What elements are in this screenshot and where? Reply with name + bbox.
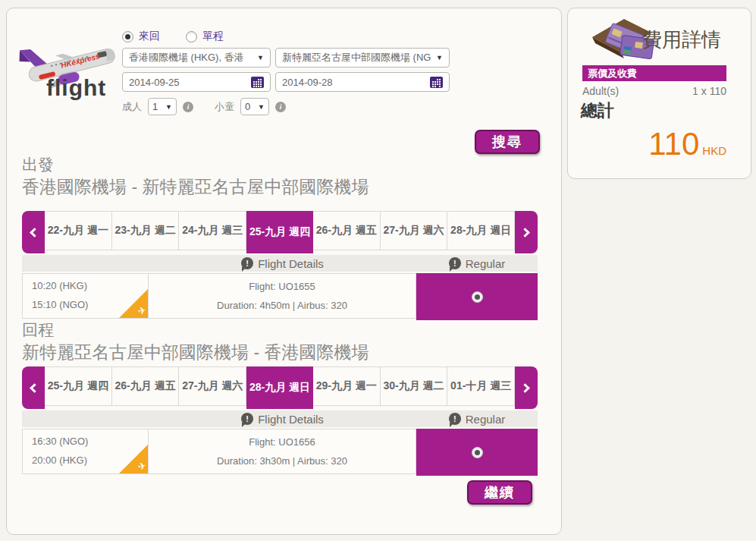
- date-cell-selected[interactable]: 28-九月 週日: [246, 366, 313, 409]
- adult-info-icon[interactable]: i: [183, 102, 193, 112]
- origin-airport-select[interactable]: 香港國際機場 (HKG), 香港 ▼: [122, 48, 271, 68]
- fare-line-item: Adult(s) 1 x 110: [582, 85, 726, 97]
- fare-line-value: 1 x 110: [692, 85, 726, 97]
- currency-label: HKD: [702, 144, 726, 157]
- carousel-prev-button[interactable]: [22, 366, 45, 409]
- date-cell[interactable]: 30-九月 週二: [381, 366, 448, 406]
- destination-airport-select[interactable]: 新特麗亞名古屋中部國際機場 (NGO ▼: [275, 48, 450, 68]
- destination-airport-value: 新特麗亞名古屋中部國際機場 (NGO: [282, 51, 431, 64]
- fare-panel-title: 費用詳情: [642, 27, 721, 53]
- date-cell[interactable]: 24-九月 週三: [179, 211, 246, 250]
- outbound-heading: 出發: [22, 154, 54, 175]
- adult-count-value: 1: [152, 101, 158, 112]
- oneway-label: 單程: [202, 30, 224, 43]
- date-cell[interactable]: 27-九月 週六: [381, 211, 448, 250]
- search-button[interactable]: 搜尋: [475, 130, 540, 154]
- alert-bubble-icon: !: [449, 257, 461, 269]
- chevron-down-icon: ▼: [258, 103, 265, 111]
- inbound-fare-select-cell[interactable]: [416, 429, 538, 476]
- fare-class-header: ! Regular: [416, 255, 538, 272]
- radio-selected-icon[interactable]: [122, 31, 133, 42]
- fare-radio-selected-icon[interactable]: [472, 447, 483, 458]
- inbound-arrive-time: 20:00 (HKG): [32, 455, 87, 466]
- outbound-flight-row: 10:20 (HKG) 15:10 (NGO) ✈ Flight: UO1655…: [22, 273, 538, 319]
- flight-details-label: Flight Details: [258, 257, 324, 270]
- chevron-left-icon: [30, 228, 39, 237]
- brand-logo-text: flight: [46, 75, 106, 101]
- outbound-flight-info: Duration: 4h50m | Airbus: 320: [149, 300, 416, 311]
- inbound-flight-number: Flight: UO1656: [149, 436, 416, 448]
- outbound-arrive-time: 15:10 (NGO): [32, 299, 88, 310]
- date-cell[interactable]: 27-九月 週六: [179, 366, 246, 406]
- carousel-next-button[interactable]: [515, 366, 538, 409]
- trip-type-group: 來回 單程: [122, 30, 224, 43]
- outbound-fare-select-cell[interactable]: [416, 273, 538, 320]
- date-cell[interactable]: 26-九月 週五: [112, 366, 180, 406]
- return-date-value: 2014-09-28: [282, 77, 425, 88]
- outbound-details-cell: Flight: UO1655 Duration: 4h50m | Airbus:…: [149, 273, 416, 319]
- inbound-date-carousel: 25-九月 週四 26-九月 週五 27-九月 週六 28-九月 週日 29-九…: [22, 366, 538, 409]
- carousel-next-button[interactable]: [515, 211, 538, 253]
- outbound-table-header: ! Flight Details ! Regular: [22, 255, 538, 272]
- depart-date-value: 2014-09-25: [129, 77, 246, 88]
- radio-unselected-icon[interactable]: [186, 31, 197, 42]
- calendar-icon[interactable]: [251, 77, 264, 88]
- date-cell[interactable]: 23-九月 週二: [112, 211, 180, 250]
- child-info-icon[interactable]: i: [275, 102, 286, 112]
- chevron-left-icon: [30, 383, 39, 393]
- inbound-flight-info: Duration: 3h30m | Airbus: 320: [149, 455, 416, 467]
- child-count-select[interactable]: 0 ▼: [240, 98, 269, 115]
- alert-bubble-icon: !: [241, 257, 253, 269]
- chevron-down-icon: ▼: [436, 54, 443, 61]
- fare-summary-panel: 費用詳情 票價及收費 Adult(s) 1 x 110 總計 110HKD: [567, 8, 751, 179]
- chevron-down-icon: ▼: [165, 103, 172, 111]
- depart-date-input[interactable]: 2014-09-25: [122, 72, 271, 92]
- date-cell[interactable]: 26-九月 週五: [313, 211, 381, 250]
- date-cell[interactable]: 25-九月 週四: [45, 366, 112, 406]
- adult-count-select[interactable]: 1 ▼: [148, 98, 177, 115]
- outbound-route: 香港國際機場 - 新特麗亞名古屋中部國際機場: [22, 175, 369, 199]
- date-cell[interactable]: 01-十月 週三: [447, 366, 515, 406]
- inbound-heading: 回程: [22, 319, 54, 341]
- total-amount-row: 110HKD: [582, 126, 726, 162]
- outbound-date-carousel: 22-九月 週一 23-九月 週二 24-九月 週三 25-九月 週四 26-九…: [22, 211, 538, 253]
- return-date-input[interactable]: 2014-09-28: [275, 72, 450, 92]
- inbound-times-cell: 16:30 (NGO) 20:00 (HKG) ✈: [22, 429, 149, 474]
- fare-class-label: Regular: [466, 413, 506, 426]
- continue-button[interactable]: 繼續: [467, 480, 532, 505]
- fare-radio-selected-icon[interactable]: [472, 291, 483, 303]
- outbound-depart-time: 10:20 (HKG): [32, 280, 87, 291]
- flight-details-header: ! Flight Details: [149, 410, 416, 427]
- outbound-flight-number: Flight: UO1655: [149, 281, 416, 292]
- calendar-icon[interactable]: [430, 77, 443, 88]
- roundtrip-label: 來回: [139, 30, 160, 43]
- child-label: 小童: [215, 100, 234, 114]
- flight-details-header: ! Flight Details: [149, 255, 416, 272]
- inbound-route: 新特麗亞名古屋中部國際機場 - 香港國際機場: [22, 341, 369, 364]
- fare-class-header: ! Regular: [416, 410, 538, 427]
- inbound-table-header: ! Flight Details ! Regular: [22, 410, 538, 427]
- oneway-radio[interactable]: 單程: [186, 30, 224, 43]
- date-cell[interactable]: 28-九月 週日: [447, 211, 515, 250]
- alert-bubble-icon: !: [449, 413, 461, 425]
- fare-class-label: Regular: [466, 257, 506, 270]
- child-count-value: 0: [245, 101, 250, 112]
- fare-section-header: 票價及收費: [582, 65, 726, 81]
- fare-line-label: Adult(s): [582, 85, 619, 97]
- chevron-right-icon: [520, 228, 530, 237]
- alert-bubble-icon: !: [241, 413, 253, 425]
- date-cell[interactable]: 22-九月 週一: [45, 211, 112, 250]
- date-cell-selected[interactable]: 25-九月 週四: [246, 211, 313, 253]
- inbound-flight-row: 16:30 (NGO) 20:00 (HKG) ✈ Flight: UO1656…: [22, 429, 538, 474]
- flight-details-label: Flight Details: [258, 413, 324, 426]
- passenger-row: 成人 1 ▼ i 小童 0 ▼ i: [122, 98, 286, 115]
- outbound-times-cell: 10:20 (HKG) 15:10 (NGO) ✈: [22, 273, 149, 319]
- adult-label: 成人: [122, 100, 142, 114]
- roundtrip-radio[interactable]: 來回: [122, 30, 160, 43]
- total-amount: 110: [648, 126, 699, 162]
- carousel-prev-button[interactable]: [22, 211, 45, 253]
- date-cell[interactable]: 29-九月 週一: [313, 366, 381, 406]
- origin-airport-value: 香港國際機場 (HKG), 香港: [129, 51, 253, 64]
- inbound-details-cell: Flight: UO1656 Duration: 3h30m | Airbus:…: [149, 429, 416, 474]
- chevron-down-icon: ▼: [257, 54, 264, 61]
